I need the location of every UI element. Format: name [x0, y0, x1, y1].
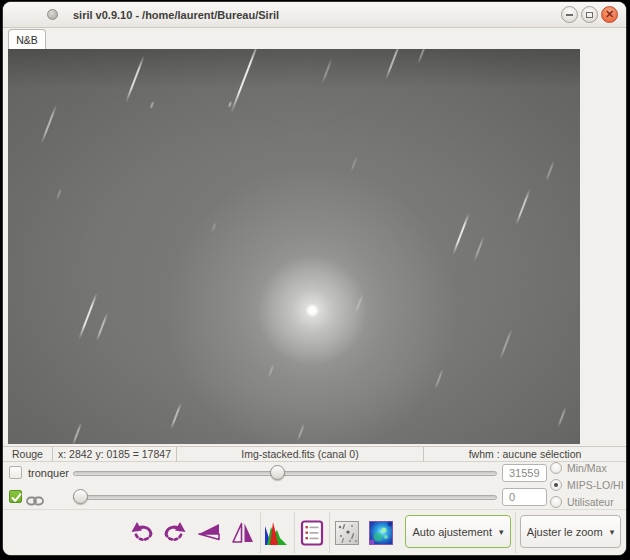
star-trail: [499, 329, 512, 360]
star-trail: [452, 213, 470, 255]
maximize-button[interactable]: [581, 6, 598, 23]
adjust-zoom-button[interactable]: Ajuster le zoom ▾: [520, 515, 621, 548]
radio-icon: [550, 462, 562, 474]
star-trail: [297, 423, 305, 441]
chain-channels-checkbox[interactable]: [9, 490, 22, 503]
bottom-toolbar: Auto ajustement ▾ Ajuster le zoom ▾: [3, 509, 626, 555]
radio-mips-lo-hi[interactable]: MIPS-LO/HI: [550, 478, 624, 492]
truncate-label: tronquer: [28, 464, 69, 482]
star-trail: [268, 364, 275, 378]
status-filename: Img-stacked.fits (canal 0): [177, 447, 424, 461]
star-trail: [230, 49, 260, 114]
scaling-mode-radios: Min/Max MIPS-LO/HI Utilisateur: [550, 461, 624, 512]
low-level-slider[interactable]: [73, 488, 497, 506]
tab-bar: N&B: [3, 29, 626, 49]
statistics-icon: [299, 520, 325, 546]
radio-label: Min/Max: [567, 462, 607, 474]
radio-utilisateur[interactable]: Utilisateur: [550, 495, 624, 509]
adjust-zoom-label: Ajuster le zoom: [527, 526, 603, 538]
star-trail: [385, 49, 401, 80]
high-level-slider[interactable]: [73, 464, 497, 482]
star-trail: [545, 160, 555, 181]
image-canvas[interactable]: [8, 49, 580, 444]
star-trail: [473, 237, 484, 262]
dropdown-caret-icon: ▾: [610, 527, 615, 537]
star-trail: [125, 55, 145, 102]
auto-adjust-button[interactable]: Auto ajustement ▾: [405, 515, 511, 548]
siril-window: siril v0.9.10 - /home/laurent/Bureau/Sir…: [3, 2, 626, 555]
false-color-view-icon: [369, 521, 393, 545]
dropdown-caret-icon: ▾: [499, 527, 504, 537]
close-button[interactable]: ✕: [601, 6, 618, 23]
star-trail: [350, 156, 358, 172]
star-trail: [211, 222, 216, 232]
false-color-view-button[interactable]: [369, 521, 393, 545]
high-level-entry[interactable]: [502, 464, 547, 482]
tab-nb[interactable]: N&B: [8, 29, 46, 49]
rotate-cw-button[interactable]: [161, 520, 187, 546]
radio-label: Utilisateur: [567, 496, 614, 508]
slider-track: [73, 495, 497, 500]
status-cursor-coords: x: 2842 y: 0185 = 17847: [53, 447, 177, 461]
star-trail: [354, 294, 363, 313]
star-trail: [417, 49, 429, 64]
status-channel: Rouge: [3, 447, 53, 461]
star-trail: [434, 368, 444, 389]
low-level-entry[interactable]: [502, 488, 547, 506]
radio-icon: [550, 496, 562, 508]
toolbar-separator: [515, 512, 516, 553]
auto-adjust-label: Auto ajustement: [412, 526, 492, 538]
negative-view-button[interactable]: [335, 521, 359, 545]
rotate-ccw-button[interactable]: [130, 520, 156, 546]
checkmark-icon: [10, 491, 23, 504]
status-bar: Rouge x: 2842 y: 0185 = 17847 Img-stacke…: [3, 446, 626, 462]
star-trail: [515, 189, 530, 225]
minimize-icon: [566, 14, 573, 16]
rotate-ccw-icon: [130, 520, 156, 546]
slider-handle[interactable]: [73, 489, 88, 504]
toolbar-separator: [260, 512, 261, 553]
flip-horizontal-button[interactable]: [196, 520, 222, 546]
star-trail: [321, 59, 332, 84]
chain-link-icon: [26, 492, 44, 510]
negative-view-icon: [335, 521, 359, 545]
histogram-icon: [264, 520, 290, 546]
toolbar-separator: [329, 512, 330, 553]
titlebar[interactable]: siril v0.9.10 - /home/laurent/Bureau/Sir…: [3, 2, 626, 28]
radio-icon: [550, 479, 562, 491]
slider-handle[interactable]: [270, 465, 285, 480]
close-icon: ✕: [605, 9, 614, 20]
maximize-icon: [586, 12, 593, 18]
tab-label: N&B: [16, 34, 38, 46]
star-trail: [150, 101, 155, 109]
high-level-row: tronquer: [3, 464, 626, 482]
star-trail: [170, 403, 182, 430]
truncate-checkbox[interactable]: [9, 466, 22, 479]
star-trail: [557, 406, 567, 427]
star-trail: [78, 292, 98, 339]
status-fwhm: fwhm : aucune sélection: [424, 447, 626, 461]
flip-horizontal-icon: [196, 520, 222, 546]
star-trail: [41, 104, 58, 144]
flip-vertical-button[interactable]: [230, 520, 256, 546]
rotate-cw-icon: [161, 520, 187, 546]
star-trail: [72, 422, 82, 444]
statistics-button[interactable]: [299, 520, 325, 546]
app-icon: [47, 9, 58, 20]
desktop: { "titlebar": { "title": "siril v0.9.10 …: [0, 0, 630, 560]
toolbar-separator: [294, 512, 295, 553]
window-controls: ✕: [561, 6, 618, 23]
radio-minmax[interactable]: Min/Max: [550, 461, 624, 475]
minimize-button[interactable]: [561, 6, 578, 23]
star-trail: [56, 188, 62, 200]
low-level-row: [3, 488, 626, 506]
radio-label: MIPS-LO/HI: [567, 479, 624, 491]
flip-vertical-icon: [230, 520, 256, 546]
histogram-button[interactable]: [264, 520, 290, 546]
window-title: siril v0.9.10 - /home/laurent/Bureau/Sir…: [73, 9, 279, 21]
star-trail: [96, 313, 109, 342]
